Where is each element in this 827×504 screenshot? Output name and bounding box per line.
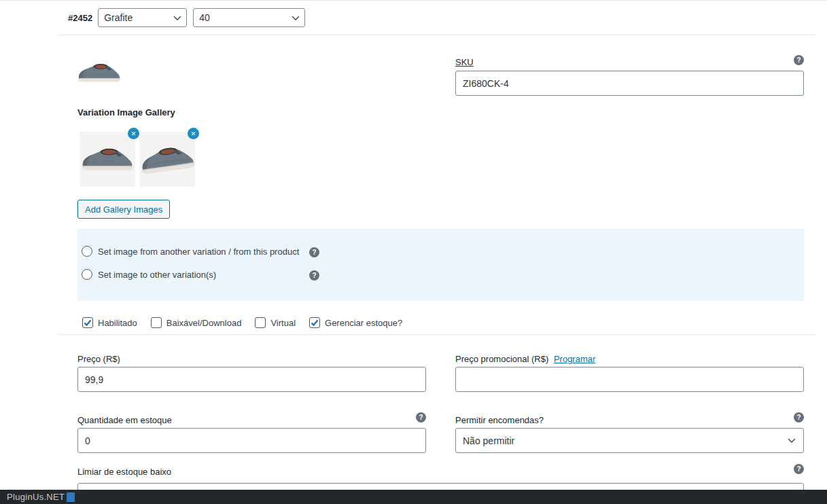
- virtual-label: Virtual: [270, 318, 296, 328]
- check-icon: [310, 318, 319, 327]
- watermark-text: PluginUs.NET: [7, 492, 65, 502]
- sale-price-label-text: Preço promocional (R$): [455, 354, 548, 364]
- downloadable-checkbox[interactable]: [151, 317, 162, 328]
- stock-quantity-label: Quantidade em estoque: [77, 415, 172, 425]
- toggle-downloadable[interactable]: Baixável/Download: [151, 317, 242, 328]
- backorders-select-wrap: Não permitir: [455, 428, 804, 453]
- gallery-title: Variation Image Gallery: [77, 107, 175, 118]
- attribute-size-select[interactable]: 40: [193, 8, 305, 27]
- manage-stock-checkbox[interactable]: [309, 317, 320, 328]
- schedule-sale-link[interactable]: Programar: [554, 354, 595, 364]
- set-image-from-variation-row: Set image from another variation / from …: [82, 246, 299, 257]
- price-label: Preço (R$): [77, 354, 120, 364]
- attribute-color-select[interactable]: Grafite: [98, 8, 187, 27]
- sku-label: SKU: [455, 57, 474, 67]
- low-stock-threshold-label: Limiar de estoque baixo: [77, 467, 171, 477]
- section-divider: [58, 334, 815, 335]
- downloadable-label: Baixável/Download: [166, 318, 242, 328]
- enabled-checkbox[interactable]: [82, 317, 93, 328]
- set-image-to-variations-row: Set image to other variation(s): [82, 269, 216, 280]
- shoe-photo: [80, 132, 135, 187]
- image-options-box: [77, 229, 804, 301]
- add-gallery-images-button[interactable]: Add Gallery Images: [77, 200, 170, 219]
- stock-quantity-help-icon[interactable]: ?: [416, 412, 426, 422]
- set-image-to-help-icon[interactable]: ?: [309, 270, 319, 281]
- price-input[interactable]: [77, 367, 426, 392]
- toggle-manage-stock[interactable]: Gerenciar estoque?: [309, 317, 402, 328]
- shoe-photo: [76, 54, 122, 92]
- set-image-to-variations-label: Set image to other variation(s): [98, 270, 216, 280]
- low-stock-help-icon[interactable]: ?: [794, 464, 804, 474]
- sale-price-input[interactable]: [455, 367, 804, 392]
- remove-image-icon[interactable]: ✕: [188, 128, 199, 139]
- variation-id: #2452: [68, 13, 92, 23]
- variation-toggles: Habilitado Baixável/Download Virtual Ger…: [82, 317, 416, 328]
- set-image-from-variation-radio[interactable]: [82, 246, 92, 257]
- stock-quantity-input[interactable]: [77, 428, 426, 453]
- backorders-help-icon[interactable]: ?: [794, 412, 804, 422]
- watermark-cursor-block: [67, 492, 75, 502]
- backorders-select[interactable]: Não permitir: [455, 428, 804, 453]
- toggle-enabled[interactable]: Habilitado: [82, 317, 137, 328]
- set-image-from-help-icon[interactable]: ?: [309, 247, 319, 257]
- gallery-image-1[interactable]: ✕: [80, 132, 135, 187]
- check-icon: [83, 318, 92, 327]
- sku-input[interactable]: [455, 71, 804, 96]
- set-image-from-variation-label: Set image from another variation / from …: [98, 247, 299, 257]
- woocommerce-variation-panel: #2452 Grafite 40 SKU ? Variation Image G…: [0, 0, 827, 504]
- attribute-size-select-wrap: 40: [193, 8, 305, 27]
- sku-help-icon[interactable]: ?: [794, 55, 804, 65]
- watermark-bar: PluginUs.NET: [0, 490, 827, 504]
- variation-header: #2452 Grafite 40: [58, 1, 815, 35]
- backorders-label: Permitir encomendas?: [455, 415, 544, 425]
- variation-image-thumbnail[interactable]: [76, 54, 122, 92]
- virtual-checkbox[interactable]: [255, 317, 266, 328]
- enabled-label: Habilitado: [98, 318, 137, 328]
- toggle-virtual[interactable]: Virtual: [255, 317, 296, 328]
- set-image-to-variations-radio[interactable]: [82, 269, 92, 280]
- gallery-image-2[interactable]: ✕: [139, 132, 195, 187]
- sale-price-label: Preço promocional (R$) Programar: [455, 354, 595, 364]
- attribute-color-select-wrap: Grafite: [98, 8, 187, 27]
- manage-stock-label: Gerenciar estoque?: [325, 318, 402, 328]
